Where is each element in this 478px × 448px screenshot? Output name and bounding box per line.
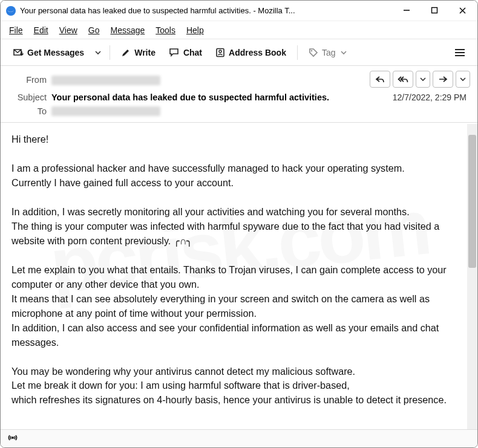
menu-message[interactable]: Message [105, 23, 149, 37]
pencil-icon [121, 48, 131, 57]
svg-point-0 [6, 6, 16, 16]
window-title: Your personal data has leaked due to sus… [20, 6, 393, 15]
svg-point-6 [219, 50, 221, 53]
close-button[interactable] [448, 1, 476, 20]
address-book-button[interactable]: Address Book [209, 45, 292, 60]
chat-button[interactable]: Chat [163, 45, 208, 60]
message-body[interactable]: Hi there! I am a professional hacker and… [1, 124, 467, 429]
svg-point-11 [11, 437, 14, 439]
address-book-label: Address Book [229, 48, 286, 57]
reply-all-icon [398, 75, 408, 83]
get-messages-icon [13, 48, 24, 57]
tag-icon [309, 48, 318, 57]
chevron-down-icon [460, 76, 466, 82]
to-label: To [8, 106, 47, 116]
reply-all-caret[interactable] [416, 71, 430, 88]
subject-value: Your personal data has leaked due to sus… [51, 93, 365, 102]
window-titlebar: Your personal data has leaked due to sus… [1, 1, 477, 21]
address-book-icon [215, 48, 225, 57]
chat-label: Chat [183, 48, 202, 57]
from-label: From [8, 75, 47, 85]
reply-all-button[interactable] [393, 71, 413, 88]
menu-tools[interactable]: Tools [151, 23, 180, 37]
subject-label: Subject [8, 93, 47, 102]
connection-status-icon[interactable] [7, 433, 19, 444]
menu-edit[interactable]: Edit [29, 23, 53, 37]
tag-button[interactable]: Tag [303, 45, 353, 60]
to-value [51, 106, 365, 116]
get-messages-label: Get Messages [27, 48, 84, 57]
menu-file[interactable]: File [4, 23, 28, 37]
chevron-down-icon [420, 76, 426, 82]
get-messages-caret[interactable] [91, 44, 105, 61]
message-actions [370, 71, 470, 88]
menu-bar: File Edit View Go Message Tools Help [1, 21, 477, 39]
from-value [51, 74, 365, 85]
minimize-button[interactable] [393, 1, 421, 20]
maximize-button[interactable] [421, 1, 448, 20]
forward-icon [438, 75, 448, 83]
tag-label: Tag [322, 48, 336, 57]
forward-button[interactable] [433, 71, 453, 88]
scrollbar[interactable] [467, 124, 477, 429]
window-controls [393, 1, 476, 20]
reply-button[interactable] [370, 71, 390, 88]
status-bar [1, 429, 477, 447]
reply-icon [375, 75, 385, 83]
scrollbar-thumb[interactable] [468, 135, 476, 268]
svg-point-7 [311, 50, 312, 51]
svg-rect-2 [432, 8, 437, 13]
get-messages-button[interactable]: Get Messages [7, 45, 90, 60]
chevron-down-icon [95, 50, 101, 56]
toolbar-separator [110, 45, 110, 60]
thunderbird-logo-icon [5, 5, 16, 16]
toolbar-separator-2 [297, 45, 298, 60]
redacted-to [51, 106, 160, 116]
app-menu-button[interactable] [448, 43, 471, 62]
message-body-area: Hi there! I am a professional hacker and… [1, 124, 477, 429]
write-button[interactable]: Write [115, 45, 162, 60]
message-date: 12/7/2022, 2:29 PM [370, 93, 470, 102]
chevron-down-icon [341, 50, 347, 56]
toolbar: Get Messages Write Chat Address Book Tag [1, 39, 477, 66]
menu-view[interactable]: View [54, 23, 82, 37]
chat-icon [169, 48, 180, 57]
hamburger-icon [454, 48, 465, 57]
message-header: From Subject Your personal data has leak… [1, 66, 477, 123]
more-actions-caret[interactable] [456, 71, 470, 88]
menu-go[interactable]: Go [83, 23, 105, 37]
redacted-from [51, 76, 160, 85]
menu-help[interactable]: Help [182, 23, 209, 37]
write-label: Write [134, 48, 156, 57]
